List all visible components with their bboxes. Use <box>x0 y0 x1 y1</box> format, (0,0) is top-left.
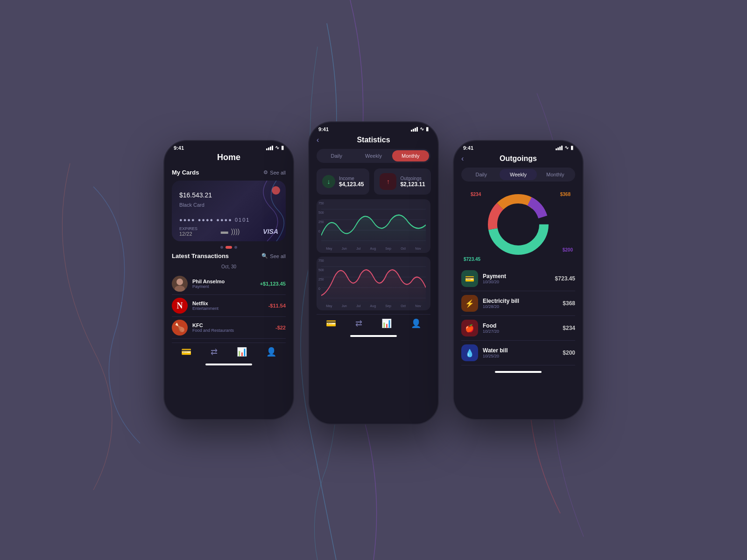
donut-label-payment: $723.45 <box>464 257 480 262</box>
outgoing-food[interactable]: 🍎 Food 10/27/20 $234 <box>461 316 575 341</box>
statistics-screen: ‹ Statistics Daily Weekly Monthly ↓ Inco… <box>309 134 438 417</box>
outgoings-info: Outgoings $2,123.11 <box>400 176 425 188</box>
tab-weekly-center[interactable]: Weekly <box>355 150 392 161</box>
bottom-nav-center: 💳 ⇄ 📊 👤 <box>317 314 430 332</box>
battery-icon-center: ▮ <box>426 126 429 132</box>
transaction-1[interactable]: Phil Anselmo Payment +$1,123.45 <box>172 273 286 295</box>
nav-transfer[interactable]: ⇄ <box>211 347 218 357</box>
wifi-icon: ∿ <box>275 145 279 151</box>
nav-cards-center[interactable]: 💳 <box>326 318 336 329</box>
signal-icon-center <box>411 127 418 132</box>
search-icon: 🔍 <box>261 253 268 259</box>
outgoings-chart: May Jun Jul Aug Sep Oct Nov 750 500 250 … <box>317 257 430 310</box>
outgoings-tabs: Daily Weekly Monthly <box>461 168 575 182</box>
nav-profile[interactable]: 👤 <box>266 347 276 357</box>
tab-weekly-right[interactable]: Weekly <box>500 169 536 180</box>
card-decoration <box>230 181 286 241</box>
nav-transfer-center[interactable]: ⇄ <box>355 318 362 329</box>
outgoing-info-electricity: Electricity bill 10/28/20 <box>483 298 558 309</box>
outgoings-chart-svg <box>321 261 426 303</box>
outgoings-screen: ‹ Outgoings Daily Weekly Monthly <box>454 153 583 412</box>
transaction-amount-1: +$1,123.45 <box>260 281 286 287</box>
signal-icon <box>266 146 273 150</box>
outgoings-title: Outgoings <box>500 154 537 163</box>
back-button-center[interactable]: ‹ <box>317 136 319 144</box>
notch-right <box>495 141 542 150</box>
phones-container: 9:41 ∿ ▮ Home My Cards ⚙ See all <box>163 135 584 425</box>
home-title: Home <box>172 153 286 162</box>
outgoing-info-payment: Payment 10/30/20 <box>483 273 550 284</box>
outgoing-icon: ↑ <box>380 173 396 190</box>
nav-cards[interactable]: 💳 <box>181 347 191 357</box>
transaction-amount-2: -$11.54 <box>268 303 286 308</box>
transaction-icon-1 <box>172 276 188 292</box>
outgoing-info-food: Food 10/27/20 <box>483 322 558 334</box>
transactions-header: Latest Transactions 🔍 See all <box>172 252 286 259</box>
transaction-3[interactable]: 🍗 KFC Food and Restaurants -$22 <box>172 317 286 339</box>
nav-stats[interactable]: 📊 <box>237 347 247 357</box>
indicator-1 <box>220 246 223 249</box>
time-center: 9:41 <box>318 126 329 132</box>
back-button-right[interactable]: ‹ <box>461 154 464 163</box>
signal-icon-right <box>556 146 563 150</box>
donut-chart-container: $234 $368 $200 $723.45 <box>461 187 575 262</box>
statistics-header: ‹ Statistics <box>317 134 430 149</box>
transaction-amount-3: -$22 <box>275 325 286 330</box>
income-card: ↓ Income $4,123.45 <box>317 168 369 195</box>
svg-point-1 <box>175 286 185 292</box>
chart1-y-250: 250 <box>318 220 324 224</box>
home-screen: Home My Cards ⚙ See all $16.543.21 <box>164 153 293 412</box>
tab-monthly-center[interactable]: Monthly <box>392 150 429 161</box>
chart1-y-500: 500 <box>318 211 324 214</box>
card-expiry: EXPIRES 12/22 <box>179 226 197 237</box>
svg-point-0 <box>176 279 183 285</box>
chart1-x-labels: May Jun Jul Aug Sep Oct Nov <box>321 247 426 250</box>
outgoing-payment[interactable]: 💳 Payment 10/30/20 $723.45 <box>461 266 575 291</box>
statistics-tabs: Daily Weekly Monthly <box>317 149 430 163</box>
card-indicators <box>172 246 286 249</box>
tab-daily-right[interactable]: Daily <box>463 169 500 180</box>
donut-label-electricity: $368 <box>560 192 571 197</box>
outgoing-icon-payment: 💳 <box>461 270 478 287</box>
notch-center <box>350 122 397 132</box>
transaction-2[interactable]: N Netflix Entertainment -$11.54 <box>172 295 286 317</box>
outgoing-amount-electricity: $368 <box>563 300 575 307</box>
outgoing-icon-electricity: ⚡ <box>461 295 478 312</box>
outgoing-icon-food: 🍎 <box>461 320 478 336</box>
outgoing-amount-water: $200 <box>563 350 575 356</box>
statistics-title: Statistics <box>357 136 390 144</box>
income-info: Income $4,123.45 <box>339 176 364 188</box>
phone-outgoings: 9:41 ∿ ▮ ‹ Outgoings Daily Weekly Monthl… <box>453 140 584 420</box>
nav-profile-center[interactable]: 👤 <box>411 318 421 329</box>
tab-monthly-right[interactable]: Monthly <box>537 169 574 180</box>
outgoing-electricity[interactable]: ⚡ Electricity bill 10/28/20 $368 <box>461 291 575 316</box>
transaction-icon-2: N <box>172 298 188 314</box>
transaction-icon-3: 🍗 <box>172 320 188 336</box>
transaction-info-1: Phil Anselmo Payment <box>192 279 255 289</box>
battery-icon-right: ▮ <box>571 145 573 151</box>
time-left: 9:41 <box>174 145 184 151</box>
home-indicator-left <box>205 364 252 365</box>
my-cards-label: My Cards <box>172 169 199 176</box>
tab-daily-center[interactable]: Daily <box>318 150 355 161</box>
outgoing-amount-food: $234 <box>563 325 575 331</box>
indicator-2 <box>226 246 232 249</box>
credit-card[interactable]: $16.543.21 Black Card ●●●● ●●●● ●●●● 010… <box>172 181 286 241</box>
donut-label-food: $234 <box>471 192 481 197</box>
outgoings-card: ↑ Outgoings $2,123.11 <box>374 168 430 195</box>
transaction-info-2: Netflix Entertainment <box>192 301 264 311</box>
indicator-3 <box>234 246 237 249</box>
outgoing-water[interactable]: 💧 Water bill 10/25/20 $200 <box>461 341 575 365</box>
home-indicator-right <box>495 371 542 373</box>
phone-home: 9:41 ∿ ▮ Home My Cards ⚙ See all <box>163 140 294 420</box>
nav-stats-center[interactable]: 📊 <box>381 318 392 329</box>
income-chart-svg <box>321 204 426 246</box>
my-cards-header: My Cards ⚙ See all <box>172 169 286 176</box>
stats-summary: ↓ Income $4,123.45 ↑ Outgoings $2,123.11 <box>317 168 430 195</box>
chart2-x-labels: May Jun Jul Aug Sep Oct Nov <box>321 304 426 308</box>
transaction-info-3: KFC Food and Restaurants <box>192 322 271 333</box>
cards-see-all[interactable]: ⚙ See all <box>263 169 286 175</box>
transactions-see-all[interactable]: 🔍 See all <box>261 253 286 259</box>
status-icons-right: ∿ ▮ <box>556 145 573 151</box>
notch-left <box>205 141 252 150</box>
